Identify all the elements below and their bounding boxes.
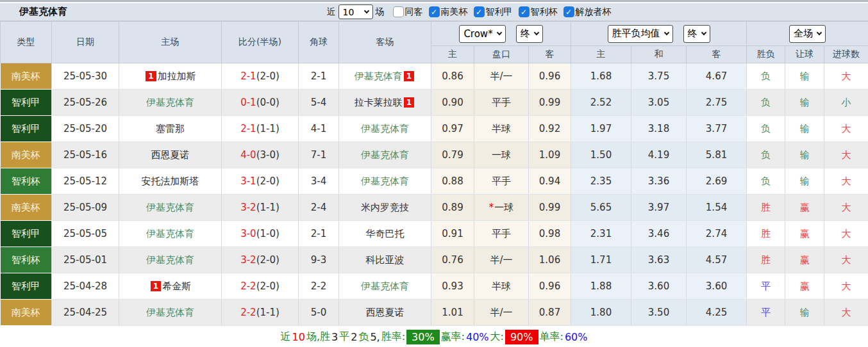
checkbox-label[interactable]: 解放者杯 — [576, 6, 612, 18]
corner-score: 7-1 — [299, 142, 339, 168]
checkbox[interactable]: ✓ — [563, 6, 574, 17]
star-marker: * — [489, 202, 494, 213]
ah-home-odds: 0.76 — [431, 247, 474, 273]
home-team: 西恩夏诺 — [119, 142, 222, 168]
fulltime-score: 4-0 — [240, 149, 256, 161]
fulltime-score: 3-2 — [240, 202, 256, 213]
league-badge: 南美杯 — [1, 142, 52, 168]
recent-count-select[interactable]: 10 — [338, 4, 373, 19]
result-handicap: 赢 — [785, 247, 824, 273]
team-name: 伊基克体育 — [146, 97, 194, 108]
ah-company-select[interactable]: Crow* — [459, 25, 505, 43]
eu-away-odds: 4.67 — [687, 63, 747, 90]
corner-score: 2-2 — [299, 273, 339, 300]
team-name: 塞雷那 — [156, 123, 185, 134]
home-team: 伊基克体育 — [119, 195, 222, 221]
result-handicap: 输 — [785, 168, 824, 195]
ah-line: 半球 — [474, 273, 529, 300]
result-handicap: 输 — [785, 90, 824, 116]
team-name: 拉卡莱拉联 — [355, 97, 403, 108]
league-badge: 智利甲 — [1, 90, 52, 116]
eu-draw-odds: 3.63 — [631, 247, 687, 273]
summary-part: 胜率: — [381, 330, 405, 344]
away-team: 伊基克体育 — [339, 116, 431, 142]
eu-company-select[interactable]: 胜平负均值 — [608, 25, 673, 43]
match-row: 智利甲 25-05-26 伊基克体育 0-1(0-0) 5-4 拉卡莱拉联1 0… — [1, 90, 868, 116]
matches-label: 场 — [376, 6, 385, 18]
team-name: 伊基克体育 — [146, 254, 194, 266]
chevron-down-icon — [701, 30, 706, 35]
eu-away-odds: 4.57 — [687, 247, 747, 273]
checkbox-label[interactable]: 同客 — [405, 6, 423, 18]
checkbox-label[interactable]: 智利甲 — [486, 6, 513, 18]
checkbox[interactable]: ✓ — [474, 6, 485, 17]
ah-line: 半/一 — [474, 247, 529, 273]
eu-time-select[interactable]: 终 — [683, 25, 710, 43]
result-handicap: 赢 — [785, 273, 824, 300]
result-goals: 大 — [824, 142, 868, 168]
ah-away-odds: 0.92 — [529, 116, 571, 142]
result-handicap: 赢 — [785, 195, 824, 221]
summary-part: 近 — [281, 330, 291, 344]
match-date: 25-05-30 — [52, 63, 119, 90]
checkbox[interactable]: ✓ — [429, 6, 440, 17]
league-badge: 智利甲 — [1, 221, 52, 247]
eu-home-odds: 2.35 — [571, 168, 631, 195]
ah-time-select[interactable]: 终 — [516, 25, 543, 43]
fulltime-score: 2-1 — [240, 70, 256, 82]
ah-home-odds: 0.91 — [431, 221, 474, 247]
filter-checkbox-group-0: 同客 — [393, 6, 423, 18]
sub-header-result-goals: 进球数 — [824, 46, 868, 63]
ah-away-odds: 1.09 — [529, 142, 571, 168]
eu-home-odds: 2.52 — [571, 90, 631, 116]
corner-score: 5-4 — [299, 90, 339, 116]
halftime-score: (0-0) — [256, 97, 280, 108]
match-score: 3-0(1-0) — [222, 221, 299, 247]
team-name: 安托法加斯塔 — [142, 175, 199, 187]
summary-part: 3 — [331, 331, 338, 343]
away-team: 拉卡莱拉联1 — [339, 90, 431, 116]
match-row: 南美杯 25-05-30 1加拉加斯 2-1(2-0) 2-1 伊基克体育1 0… — [1, 63, 868, 90]
eu-away-odds: 3.77 — [687, 116, 747, 142]
checkbox[interactable] — [393, 6, 404, 17]
col-header-score: 比分(半场) — [222, 22, 299, 63]
checkbox[interactable]: ✓ — [519, 6, 530, 17]
summary-bar: 近10场,胜3平2负5, 胜率:30% 赢率:40% 大:90% 单率:60% — [0, 326, 868, 347]
eu-home-odds: 1.68 — [571, 63, 631, 90]
fulltime-score: 2-1 — [240, 123, 256, 134]
summary-part: 30% — [406, 330, 440, 344]
result-goals: 大 — [824, 116, 868, 142]
col-header-corner: 角球 — [299, 22, 339, 63]
sub-header-ah-away: 客 — [529, 46, 571, 63]
ah-home-odds: 0.90 — [431, 90, 474, 116]
result-wdl: 负 — [747, 168, 785, 195]
eu-home-odds: 1.97 — [571, 116, 631, 142]
halftime-score: (2-0) — [256, 175, 280, 187]
result-goals: 大 — [824, 63, 868, 90]
ah-home-odds: 0.93 — [431, 273, 474, 300]
result-wdl: 平 — [747, 300, 785, 326]
filter-bar: 伊基克体育 近 10 场 同客✓南美杯✓智利甲✓智利杯✓解放者杯 — [0, 2, 868, 21]
recent-count-value: 10 — [343, 7, 355, 17]
eu-away-odds: 2.75 — [687, 90, 747, 116]
ah-away-odds: 0.94 — [529, 168, 571, 195]
col-header-away: 客场 — [339, 22, 431, 63]
match-score: 4-0(3-0) — [222, 142, 299, 168]
team-name: 伊基克体育 — [146, 307, 194, 318]
result-handicap: 输 — [785, 142, 824, 168]
checkbox-label[interactable]: 南美杯 — [441, 6, 468, 18]
result-goals: 大 — [824, 300, 868, 326]
league-badge: 南美杯 — [1, 63, 52, 90]
checkbox-label[interactable]: 智利杯 — [531, 6, 558, 18]
chevron-down-icon — [664, 30, 669, 35]
halftime-score: (1-0) — [256, 228, 280, 239]
eu-away-odds: 5.81 — [687, 142, 747, 168]
summary-part: 平 — [339, 330, 349, 344]
team-name: 伊基克体育 — [361, 175, 409, 187]
summary-part: 90% — [505, 330, 538, 344]
filter-checkbox-group-3: ✓智利杯 — [519, 6, 558, 18]
chevron-down-icon — [496, 30, 501, 35]
scope-select[interactable]: 全场 — [789, 25, 826, 43]
result-goals: 大 — [824, 273, 868, 300]
match-row: 智利甲 25-05-20 塞雷那 2-1(1-1) 4-1 伊基克体育 0.97… — [1, 116, 868, 142]
